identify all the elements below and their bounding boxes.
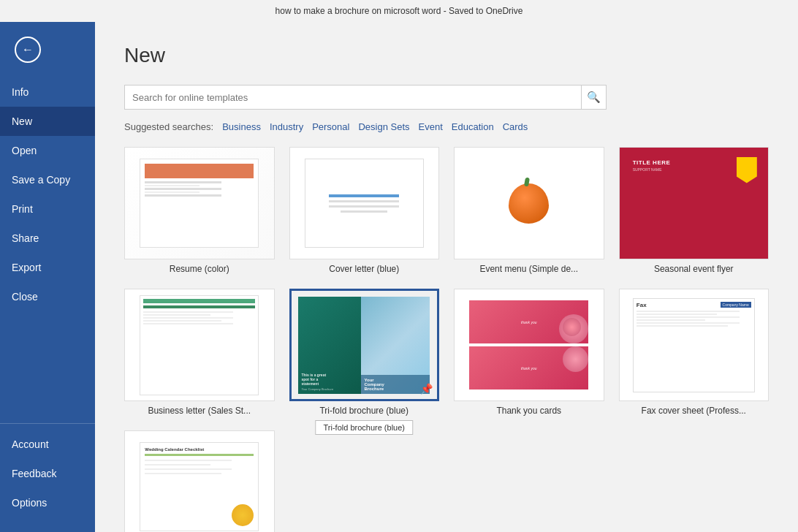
brochure-tooltip: Tri-fold brochure (blue) — [316, 420, 413, 435]
suggested-education[interactable]: Education — [452, 121, 494, 132]
sidebar-item-save-copy[interactable]: Save a Copy — [0, 165, 95, 194]
template-cover-letter[interactable]: Cover letter (blue) — [289, 147, 440, 274]
search-container: 🔍 — [124, 85, 607, 110]
sidebar-bottom-nav: Account Feedback Options — [0, 417, 95, 532]
sidebar-item-open[interactable]: Open — [0, 136, 95, 165]
template-brochure[interactable]: This is a greatspot for astatement Your … — [289, 289, 440, 416]
template-wedding[interactable]: Wedding Calendar Checklist — [124, 430, 275, 532]
template-fax-label: Fax cover sheet (Profess... — [619, 406, 770, 416]
template-event-menu[interactable]: Event menu (Simple de... — [454, 147, 604, 274]
template-seasonal-thumbnail: TITLE HERE SUPPORT NAME — [619, 147, 770, 259]
sidebar-divider — [0, 423, 95, 424]
template-event-label: Event menu (Simple de... — [454, 264, 604, 274]
template-resume-color[interactable]: Resume (color) — [124, 147, 275, 274]
suggested-design-sets[interactable]: Design Sets — [358, 121, 409, 132]
templates-grid: Resume (color) Cover letter (blue) — [124, 147, 769, 532]
sidebar-item-account[interactable]: Account — [0, 430, 95, 459]
sidebar-item-share[interactable]: Share — [0, 224, 95, 253]
template-fax[interactable]: Fax Company Name Fax cover sheet (Profes… — [619, 289, 770, 416]
back-button[interactable]: ← — [15, 37, 41, 63]
template-fax-thumbnail: Fax Company Name — [619, 289, 770, 401]
sidebar-item-options[interactable]: Options — [0, 488, 95, 517]
main-content: New 🔍 Suggested searches: Business Indus… — [95, 22, 798, 532]
template-thankyou[interactable]: thank you thank you Thank you cards — [454, 289, 604, 416]
template-thankyou-label: Thank you cards — [454, 406, 604, 416]
template-cover-thumbnail — [289, 147, 440, 259]
search-button[interactable]: 🔍 — [582, 85, 607, 110]
sidebar-item-close[interactable]: Close — [0, 282, 95, 311]
template-seasonal-flyer[interactable]: TITLE HERE SUPPORT NAME Seasonal event f… — [619, 147, 770, 274]
suggested-cards[interactable]: Cards — [503, 121, 528, 132]
sidebar-nav: Info New Open Save a Copy Print Share Ex… — [0, 77, 95, 311]
template-wedding-thumbnail: Wedding Calendar Checklist — [124, 430, 275, 532]
template-resume-label: Resume (color) — [124, 264, 275, 274]
suggested-personal[interactable]: Personal — [312, 121, 349, 132]
template-brochure-label: Tri-fold brochure (blue) — [289, 406, 440, 416]
title-bar-text: how to make a brochure on microsoft word… — [276, 6, 523, 16]
search-icon: 🔍 — [587, 91, 601, 104]
page-title: New — [124, 44, 769, 67]
sidebar-item-new[interactable]: New — [0, 107, 95, 136]
template-cover-label: Cover letter (blue) — [289, 264, 440, 274]
suggested-label: Suggested searches: — [124, 121, 213, 132]
suggested-event[interactable]: Event — [419, 121, 443, 132]
pin-icon: 📌 — [420, 383, 433, 395]
template-biz-letter[interactable]: Business letter (Sales St... — [124, 289, 275, 416]
sidebar-item-info[interactable]: Info — [0, 77, 95, 107]
back-icon: ← — [22, 43, 34, 56]
template-resume-thumbnail — [124, 147, 275, 259]
template-thankyou-thumbnail: thank you thank you — [454, 289, 604, 401]
suggested-industry[interactable]: Industry — [270, 121, 303, 132]
template-biz-label: Business letter (Sales St... — [124, 406, 275, 416]
suggested-searches: Suggested searches: Business Industry Pe… — [124, 121, 769, 132]
template-biz-thumbnail — [124, 289, 275, 401]
sidebar-item-export[interactable]: Export — [0, 253, 95, 282]
sidebar-item-feedback[interactable]: Feedback — [0, 459, 95, 488]
template-seasonal-label: Seasonal event flyer — [619, 264, 770, 274]
template-event-thumbnail — [454, 147, 604, 259]
sidebar-item-print[interactable]: Print — [0, 194, 95, 224]
template-brochure-thumbnail: This is a greatspot for astatement Your … — [289, 289, 440, 401]
suggested-business[interactable]: Business — [222, 121, 261, 132]
search-input[interactable] — [124, 85, 582, 110]
sidebar: ← Info New Open Save a Copy Print Share … — [0, 22, 95, 532]
